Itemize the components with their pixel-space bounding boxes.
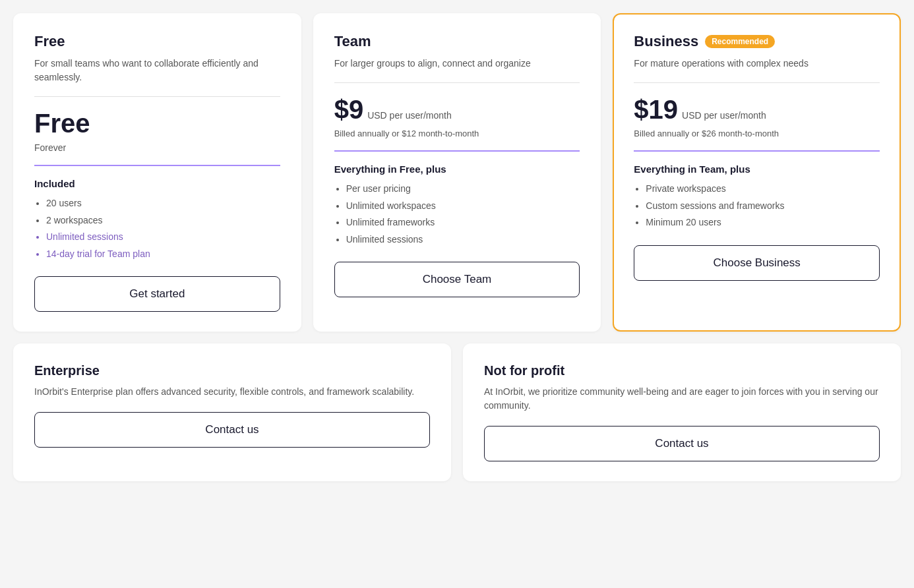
nonprofit-plan-name: Not for profit: [484, 363, 564, 378]
team-feature-3: Unlimited frameworks: [346, 216, 580, 229]
team-feature-2: Unlimited workspaces: [346, 200, 580, 213]
team-features-title: Everything in Free, plus: [334, 163, 580, 175]
bottom-plans-row: Enterprise InOrbit's Enterprise plan off…: [13, 343, 901, 481]
free-plan-name-row: Free: [34, 33, 280, 50]
business-price-unit: USD per user/month: [682, 110, 766, 121]
team-divider-1: [334, 82, 580, 83]
top-plans-row: Free For small teams who want to collabo…: [13, 13, 901, 332]
team-plan-description: For larger groups to align, connect and …: [334, 57, 580, 71]
free-billing-note: Forever: [34, 142, 280, 153]
business-plan-name: Business: [634, 33, 698, 50]
free-divider-1: [34, 96, 280, 97]
nonprofit-cta-button[interactable]: Contact us: [484, 426, 880, 461]
free-plan-description: For small teams who want to collaborate …: [34, 57, 280, 84]
team-plan-name-row: Team: [334, 33, 580, 50]
enterprise-plan-card: Enterprise InOrbit's Enterprise plan off…: [13, 343, 451, 481]
free-features-list: 20 users 2 workspaces Unlimited sessions…: [34, 197, 280, 260]
business-billing-note: Billed annually or $26 month-to-month: [634, 129, 880, 138]
business-plan-card: Business Recommended For mature operatio…: [613, 13, 901, 332]
business-price-row: $19 USD per user/month: [634, 95, 880, 125]
business-feature-1: Private workspaces: [646, 183, 880, 196]
free-feature-1: 20 users: [46, 197, 280, 210]
team-feature-1: Per user pricing: [346, 183, 580, 196]
team-plan-name: Team: [334, 33, 371, 50]
team-feature-4: Unlimited sessions: [346, 233, 580, 247]
team-cta-button[interactable]: Choose Team: [334, 262, 580, 297]
pricing-container: Free For small teams who want to collabo…: [13, 13, 901, 481]
team-billing-note: Billed annually or $12 month-to-month: [334, 129, 580, 138]
free-price-amount: Free: [34, 109, 90, 138]
nonprofit-plan-name-row: Not for profit: [484, 363, 880, 378]
business-divider-1: [634, 82, 880, 83]
nonprofit-plan-card: Not for profit At InOrbit, we prioritize…: [463, 343, 901, 481]
business-plan-description: For mature operations with complex needs: [634, 57, 880, 71]
team-plan-card: Team For larger groups to align, connect…: [313, 13, 601, 332]
free-price-row: Free: [34, 109, 280, 138]
enterprise-plan-description: InOrbit's Enterprise plan offers advance…: [34, 385, 430, 399]
free-feature-4: 14-day trial for Team plan: [46, 248, 280, 261]
free-features-title: Included: [34, 178, 280, 189]
enterprise-plan-name: Enterprise: [34, 363, 100, 378]
team-price-row: $9 USD per user/month: [334, 95, 580, 125]
business-features-list: Private workspaces Custom sessions and f…: [634, 183, 880, 229]
enterprise-plan-name-row: Enterprise: [34, 363, 430, 378]
free-cta-button[interactable]: Get started: [34, 276, 280, 312]
business-plan-name-row: Business Recommended: [634, 33, 880, 50]
enterprise-cta-button[interactable]: Contact us: [34, 412, 430, 448]
free-plan-card: Free For small teams who want to collabo…: [13, 13, 301, 332]
free-plan-name: Free: [34, 33, 65, 50]
team-price-amount: $9: [334, 95, 364, 125]
business-price-amount: $19: [634, 95, 678, 125]
business-recommended-badge: Recommended: [705, 35, 775, 48]
nonprofit-plan-description: At InOrbit, we prioritize community well…: [484, 385, 880, 413]
business-divider-2: [634, 150, 880, 152]
business-features-title: Everything in Team, plus: [634, 163, 880, 175]
team-divider-2: [334, 150, 580, 152]
free-feature-2: 2 workspaces: [46, 214, 280, 227]
team-price-unit: USD per user/month: [367, 110, 452, 121]
business-feature-3: Minimum 20 users: [646, 216, 880, 229]
team-features-list: Per user pricing Unlimited workspaces Un…: [334, 183, 580, 246]
free-feature-3: Unlimited sessions: [46, 231, 280, 244]
free-divider-2: [34, 165, 280, 166]
business-feature-2: Custom sessions and frameworks: [646, 200, 880, 213]
business-cta-button[interactable]: Choose Business: [634, 245, 880, 281]
